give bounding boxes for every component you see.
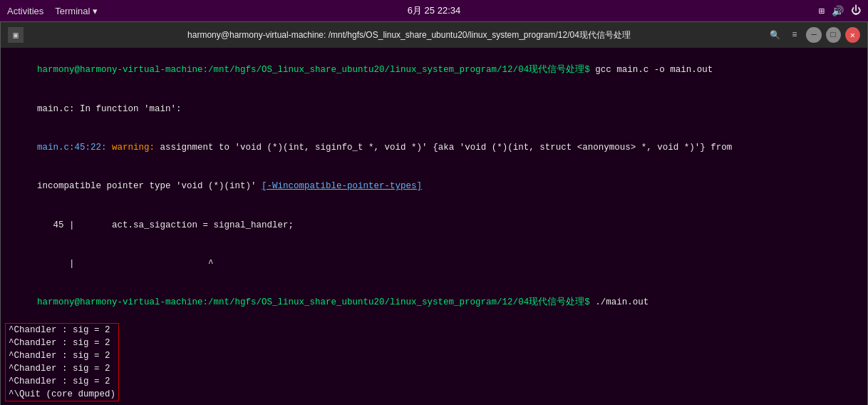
minimize-button[interactable]: ─ — [806, 27, 821, 43]
terminal-line-4: incompatible pointer type 'void (*)(int)… — [5, 167, 863, 205]
terminal-last-line: harmony@harmony-virtual-machine:/mnt/hgf… — [5, 402, 863, 405]
signal-line-quit: ^\Quit (core dumped) — [6, 388, 118, 401]
terminal-window: ▣ harmony@harmony-virtual-machine: /mnt/… — [0, 21, 868, 405]
prompt-1: harmony@harmony-virtual-machine:/mnt/hgf… — [37, 65, 590, 75]
close-button[interactable]: ✕ — [845, 27, 860, 43]
menu-button[interactable]: ≡ — [787, 27, 802, 43]
terminal-titlebar: ▣ harmony@harmony-virtual-machine: /mnt/… — [1, 22, 867, 48]
signal-line-3: ^Chandler : sig = 2 — [6, 349, 118, 362]
terminal-menu[interactable]: Terminal ▾ — [55, 6, 98, 16]
top-bar-left: Activities Terminal ▾ — [7, 6, 98, 16]
warning-file: main.c:45:22: — [37, 143, 107, 153]
maximize-button[interactable]: □ — [826, 27, 841, 43]
terminal-tab-icon: ▣ — [8, 27, 24, 43]
signal-line-5: ^Chandler : sig = 2 — [6, 375, 118, 388]
top-system-bar: Activities Terminal ▾ 6月 25 22:34 ⊞ 🔊 ⏻ — [0, 0, 868, 21]
prompt-2: harmony@harmony-virtual-machine:/mnt/hgf… — [37, 297, 590, 307]
warning-label: warning: — [107, 143, 155, 153]
signal-line-1: ^Chandler : sig = 2 — [6, 324, 118, 337]
signal-line-4: ^Chandler : sig = 2 — [6, 362, 118, 375]
terminal-line-6: | ^ — [5, 245, 863, 283]
top-bar-right: ⊞ 🔊 ⏻ — [819, 5, 861, 17]
terminal-line-1: harmony@harmony-virtual-machine:/mnt/hgf… — [5, 51, 863, 89]
cmd-1: gcc main.c -o main.out — [590, 65, 713, 75]
cmd-2: ./main.out — [590, 297, 649, 307]
terminal-title: harmony@harmony-virtual-machine: /mnt/hg… — [56, 29, 762, 41]
titlebar-left: ▣ — [8, 27, 51, 43]
titlebar-controls: 🔍 ≡ ─ □ ✕ — [768, 27, 860, 43]
network-icon: ⊞ — [819, 5, 825, 17]
terminal-line-7: harmony@harmony-virtual-machine:/mnt/hgf… — [5, 283, 863, 322]
power-icon[interactable]: ⏻ — [851, 5, 861, 16]
terminal-line-2: main.c: In function 'main': — [5, 89, 863, 128]
terminal-line-5: 45 | act.sa_sigaction = signal_handler; — [5, 206, 863, 245]
signal-output-block: ^Chandler : sig = 2 ^Chandler : sig = 2 … — [5, 323, 119, 402]
terminal-line-3: main.c:45:22: warning: assignment to 'vo… — [5, 128, 863, 167]
warning-text: assignment to 'void (*)(int, siginfo_t *… — [155, 143, 732, 153]
terminal-content: harmony@harmony-virtual-machine:/mnt/hgf… — [1, 48, 867, 405]
search-button[interactable]: 🔍 — [768, 27, 782, 43]
volume-icon[interactable]: 🔊 — [832, 5, 844, 17]
signal-line-2: ^Chandler : sig = 2 — [6, 337, 118, 349]
activities-button[interactable]: Activities — [7, 6, 43, 16]
system-clock: 6月 25 22:34 — [408, 4, 460, 17]
